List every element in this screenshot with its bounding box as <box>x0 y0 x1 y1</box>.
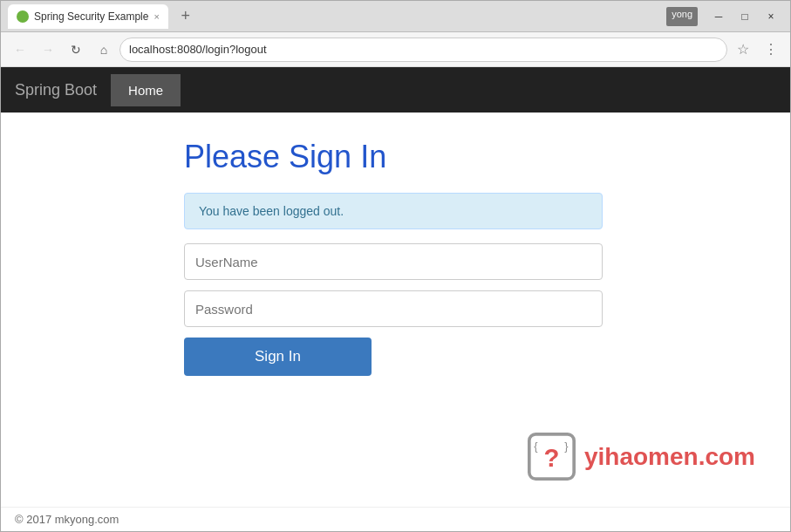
sign-in-button[interactable]: Sign In <box>184 338 372 376</box>
footer-text: © 2017 mkyong.com <box>15 513 119 526</box>
back-button[interactable]: ← <box>8 38 32 62</box>
window-controls: yong ─ □ × <box>666 7 783 26</box>
menu-icon[interactable]: ⋮ <box>759 38 783 62</box>
close-button[interactable]: × <box>759 7 783 26</box>
login-form-container: You have been logged out. Sign In <box>184 193 603 376</box>
minimize-button[interactable]: ─ <box>706 7 731 26</box>
address-text: localhost:8080/login?logout <box>129 43 718 56</box>
watermark-text: yihaomen.com <box>584 443 755 471</box>
tab-close-button[interactable]: × <box>153 11 159 22</box>
browser-window: Spring Security Example × + yong ─ □ × ←… <box>0 0 791 532</box>
svg-text:?: ? <box>543 443 559 472</box>
tab-favicon <box>17 10 29 23</box>
brand-label: Spring Boot <box>15 81 97 99</box>
svg-text:{: { <box>534 440 538 453</box>
logout-alert: You have been logged out. <box>184 193 603 229</box>
refresh-button[interactable]: ↻ <box>64 38 88 62</box>
nav-home[interactable]: Home <box>111 74 181 106</box>
page-title: Please Sign In <box>184 139 386 175</box>
home-button[interactable]: ⌂ <box>92 38 116 62</box>
address-bar[interactable]: localhost:8080/login?logout <box>119 38 727 62</box>
footer: © 2017 mkyong.com <box>1 507 790 531</box>
maximize-button[interactable]: □ <box>733 7 757 26</box>
watermark-icon: ? { } <box>528 433 576 481</box>
tab-title: Spring Security Example <box>34 10 148 23</box>
toolbar: ← → ↻ ⌂ localhost:8080/login?logout ☆ ⋮ <box>1 32 790 67</box>
user-badge: yong <box>666 7 698 26</box>
watermark: ? { } yihaomen.com <box>528 433 755 481</box>
forward-button[interactable]: → <box>36 38 60 62</box>
password-input[interactable] <box>184 290 603 327</box>
nav-bar: Spring Boot Home <box>1 67 790 113</box>
browser-tab[interactable]: Spring Security Example × <box>8 4 168 29</box>
title-bar: Spring Security Example × + yong ─ □ × <box>1 1 790 32</box>
svg-text:}: } <box>564 440 569 453</box>
new-tab-button[interactable]: + <box>174 4 198 29</box>
username-input[interactable] <box>184 243 603 280</box>
main-content: Please Sign In You have been logged out.… <box>1 113 790 507</box>
bookmark-icon[interactable]: ☆ <box>731 38 755 62</box>
